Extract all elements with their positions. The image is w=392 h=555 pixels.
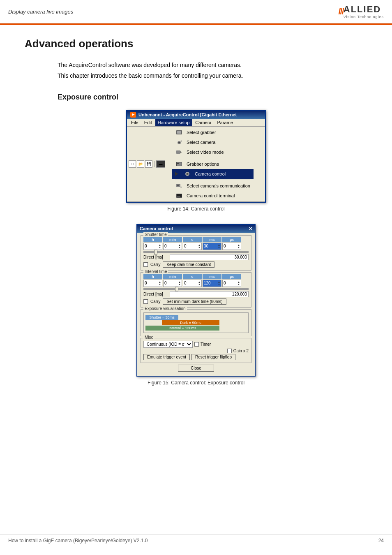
- shutter-us-spin[interactable]: 0 ▲ ▼: [222, 243, 241, 250]
- shutter-h-spin[interactable]: 0 ▲ ▼: [143, 243, 162, 250]
- interval-time-label: Interval time: [143, 269, 168, 274]
- footer: How to install a GigE camera (Bigeye/Pea…: [0, 534, 392, 547]
- open-btn[interactable]: 📂: [137, 160, 144, 168]
- comm-label: Select camera's communication: [187, 183, 250, 188]
- interval-s-label: s: [183, 274, 202, 279]
- menu-item-terminal[interactable]: Camera control terminal: [172, 191, 254, 201]
- section-title-exposure: Exposure control: [58, 93, 367, 102]
- grabber-icon: [175, 129, 183, 136]
- camera-icon: [175, 139, 183, 146]
- interval-h-spin[interactable]: 0 ▲▼: [143, 280, 162, 287]
- camera-control-icon: [183, 170, 191, 178]
- camera-control-label: Camera control: [195, 171, 250, 176]
- menu-item-camera-control[interactable]: Camera control: [172, 169, 254, 179]
- interval-us-spin[interactable]: 0 ▲▼: [222, 280, 241, 287]
- menu-items-panel: Select grabber Select came: [172, 127, 254, 201]
- logo-subtext: Vision Technologies: [344, 15, 384, 19]
- shutter-carry-checkbox[interactable]: [143, 262, 148, 267]
- svg-point-3: [178, 142, 180, 143]
- svg-point-4: [181, 140, 182, 141]
- interval-bar-row: Interval = 120ms: [145, 326, 247, 331]
- misc-continuous-row: Continuous (IOD = off) Timer: [143, 341, 249, 348]
- shutter-bar: Shutter = 30ms: [145, 315, 178, 320]
- select-camera-label: Select camera: [187, 140, 250, 145]
- interval-bar: Interval = 120ms: [145, 326, 219, 331]
- interval-carry-btn[interactable]: Set minimum dark time (80ms): [163, 298, 226, 305]
- shutter-ms-label: ms: [203, 237, 221, 242]
- save-btn[interactable]: 💾: [145, 160, 152, 168]
- shutter-direct-row: Direct [ms] 30.000: [143, 254, 249, 260]
- interval-carry-checkbox[interactable]: [143, 299, 148, 304]
- main-content: Advanced operations The AcquireControl s…: [0, 25, 392, 410]
- cam-ctrl-close-icon[interactable]: ✕: [249, 226, 252, 231]
- logo-slashes: ///: [338, 6, 343, 17]
- svg-rect-19: [177, 197, 180, 197]
- shutter-carry-label: Carry: [150, 262, 160, 267]
- interval-s-spin[interactable]: 0 ▲▼: [183, 280, 202, 287]
- interval-ms-spin[interactable]: 120 ▲▼: [203, 280, 221, 287]
- reset-flipflop-btn[interactable]: Reset trigger flipflop: [191, 354, 235, 360]
- exposure-viz: Shutter = 30ms Dark = 90ms Interval = 12…: [143, 312, 249, 333]
- menu-item-select-grabber[interactable]: Select grabber: [172, 127, 254, 137]
- emulate-trigger-btn[interactable]: Emulate trigger event: [143, 354, 190, 360]
- interval-carry-label: Carry: [150, 299, 160, 304]
- continuous-select[interactable]: Continuous (IOD = off): [143, 341, 193, 348]
- shutter-direct-label: Direct [ms]: [143, 255, 168, 259]
- cam-ctrl-close-btn[interactable]: Close: [178, 365, 214, 372]
- shutter-s-spin[interactable]: 0 ▲ ▼: [183, 243, 202, 250]
- shutter-min-spin[interactable]: 0 ▲ ▼: [163, 243, 182, 250]
- svg-point-12: [187, 173, 188, 174]
- comm-icon: [175, 182, 183, 190]
- menu-item-comm[interactable]: Select camera's communication: [172, 181, 254, 191]
- timer-label: Timer: [201, 342, 211, 347]
- terminal-icon: [175, 192, 183, 199]
- exposure-viz-label: Exposure visualisation: [143, 306, 187, 311]
- shutter-time-label: Shutter time: [143, 232, 168, 237]
- menu-camera[interactable]: Camera: [193, 119, 214, 126]
- gain-checkbox[interactable]: [227, 349, 232, 353]
- menu-edit[interactable]: Edit: [142, 119, 154, 126]
- exposure-viz-group: Exposure visualisation Shutter = 30ms Da…: [141, 309, 251, 336]
- menu-hardware-setup[interactable]: Hardware setup: [155, 119, 192, 126]
- shutter-header-row: h min s ms µs: [143, 237, 249, 242]
- interval-h-label: h: [143, 274, 162, 279]
- svg-rect-14: [177, 185, 180, 185]
- dark-bar-row: Dark = 90ms: [154, 320, 247, 325]
- shutter-spin-row: 0 ▲ ▼ 0 ▲ ▼: [143, 243, 249, 250]
- misc-buttons-row: Emulate trigger event Reset trigger flip…: [143, 354, 249, 360]
- menu-parame[interactable]: Parame: [214, 119, 235, 126]
- shutter-ms-spin[interactable]: 30 ▲ ▼: [203, 243, 221, 250]
- menu-item-grabber-options[interactable]: Grabber options: [172, 159, 254, 169]
- menu-item-select-camera[interactable]: Select camera: [172, 137, 254, 147]
- menu-file[interactable]: File: [129, 119, 141, 126]
- menu-dialog-title: Unbenannt - AcquireControl [Gigabit Ethe…: [138, 112, 237, 117]
- shutter-min-label: min: [163, 237, 182, 242]
- new-btn[interactable]: □: [129, 160, 136, 168]
- header: Display camera live images /// ALLIED Vi…: [0, 0, 392, 23]
- shutter-carry-btn[interactable]: Keep dark time constant: [163, 261, 214, 268]
- shutter-slider[interactable]: [143, 251, 249, 253]
- misc-label: Misc: [143, 335, 154, 340]
- interval-min-label: min: [163, 274, 182, 279]
- menu-item-video-mode[interactable]: Select video mode: [172, 147, 254, 157]
- interval-spin-row: 0 ▲▼ 0 ▲▼ 0 ▲▼ 120 ▲▼: [143, 280, 249, 287]
- menu-sep-2: [175, 180, 250, 180]
- intro-line2: This chapter introduces the basic comman…: [58, 71, 367, 80]
- cam-btn[interactable]: ▬: [156, 160, 165, 168]
- interval-min-spin[interactable]: 0 ▲▼: [163, 280, 182, 287]
- grabber-options-label: Grabber options: [187, 162, 250, 166]
- interval-header-row: h min s ms µs: [143, 274, 249, 279]
- timer-checkbox[interactable]: [194, 342, 199, 347]
- interval-slider[interactable]: [143, 288, 249, 290]
- select-grabber-label: Select grabber: [187, 130, 250, 135]
- interval-us-label: µs: [222, 274, 241, 279]
- interval-direct-value[interactable]: 120.000: [170, 291, 249, 297]
- shutter-time-group: Shutter time h min s ms µs 0: [141, 235, 251, 271]
- menu-bar[interactable]: File Edit Hardware setup Camera Parame: [127, 119, 265, 127]
- svg-rect-9: [177, 163, 179, 164]
- svg-rect-1: [177, 131, 181, 134]
- shutter-direct-value[interactable]: 30.000: [170, 254, 249, 260]
- app-icon: ▶: [130, 112, 136, 118]
- intro-line1: The AcquireControl software was develope…: [58, 60, 367, 69]
- gain-label: Gain x 2: [233, 349, 249, 353]
